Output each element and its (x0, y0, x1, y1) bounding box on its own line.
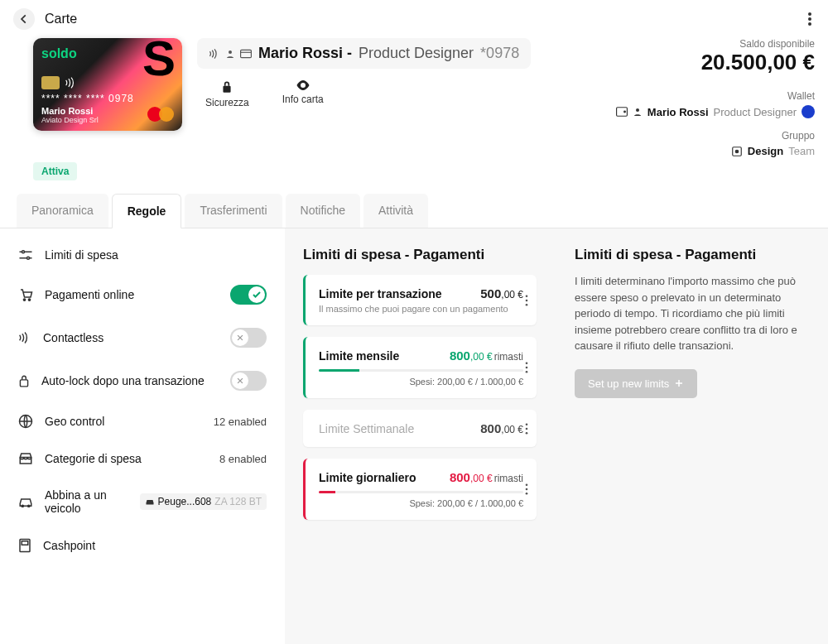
svg-point-21 (28, 505, 30, 507)
svg-point-14 (22, 251, 25, 253)
vehicle-chip: Peuge...608 ZA 128 BT (140, 493, 267, 510)
group-label: Gruppo (616, 130, 815, 142)
limit-card-weekly: Limite Settimanale 800,00 € (303, 410, 537, 447)
tab-notifications[interactable]: Notifiche (286, 194, 360, 228)
svg-rect-6 (224, 86, 231, 93)
svg-point-29 (526, 371, 528, 373)
back-button[interactable] (13, 8, 35, 30)
tab-activity[interactable]: Attività (363, 194, 428, 228)
card-number: **** **** **** 0978 (41, 93, 174, 104)
limit-card-monthly: Limite mensile 800,00 €rimasti Spesi: 20… (303, 337, 537, 398)
svg-point-0 (808, 12, 811, 16)
wallet-row[interactable]: Mario Rossi Product Designer (616, 105, 815, 118)
limits-section-title: Limiti di spesa - Pagamenti (303, 247, 537, 263)
svg-point-32 (526, 431, 528, 434)
svg-point-20 (22, 505, 23, 507)
mastercard-logo (147, 106, 174, 123)
wallet-label: Wallet (616, 90, 815, 102)
cardholder-name: Mario Rossi - (258, 45, 352, 62)
car-icon (145, 497, 155, 506)
group-row[interactable]: Design Team (616, 145, 815, 157)
svg-point-26 (526, 303, 528, 305)
svg-point-30 (526, 423, 528, 425)
tab-transfers[interactable]: Trasferimenti (185, 194, 282, 228)
check-icon (252, 290, 262, 300)
atm-icon (18, 538, 31, 553)
svg-point-33 (526, 483, 528, 486)
svg-point-17 (28, 299, 30, 300)
card-visual: soldo S **** **** **** 0978 Mario Rossi … (33, 38, 182, 131)
sidebar-item-cashpoint[interactable]: Cashpoint (0, 526, 285, 565)
x-icon (236, 377, 244, 385)
cardholder-role: Product Designer (359, 45, 474, 62)
person-icon (633, 107, 643, 117)
toggle-online-payments[interactable] (230, 285, 267, 305)
svg-point-25 (526, 299, 528, 301)
svg-point-1 (808, 17, 811, 21)
tabs: Panoramica Regole Trasferimenti Notifich… (0, 194, 828, 228)
card-icon (240, 49, 252, 59)
balance-label: Saldo disponibile (616, 38, 815, 50)
tab-overview[interactable]: Panoramica (17, 194, 108, 228)
eye-icon (296, 80, 310, 90)
wallet-icon (616, 107, 628, 117)
toggle-contactless[interactable] (230, 328, 267, 348)
info-action[interactable]: Info carta (282, 80, 324, 108)
svg-point-11 (735, 150, 739, 153)
svg-point-9 (636, 108, 639, 112)
card-name-row: Mario Rossi - Product Designer *0978 (197, 38, 531, 69)
sidebar-item-spend-limits[interactable]: Limiti di spesa (0, 237, 285, 273)
page-title: Carte (45, 12, 77, 26)
balance-amount: 20.500,00 € (616, 50, 815, 75)
globe-icon (18, 414, 33, 429)
sidebar-item-contactless[interactable]: Contactless (0, 316, 285, 359)
store-icon (18, 452, 33, 465)
sidebar-item-online-payments[interactable]: Pagamenti online (0, 273, 285, 316)
svg-point-3 (229, 50, 232, 54)
header-more-button[interactable] (805, 9, 815, 29)
sidebar-item-vehicle[interactable]: Abbina a un veicolo Peuge...608 ZA 128 B… (0, 477, 285, 526)
car-icon (18, 496, 33, 507)
lock-icon (221, 80, 233, 94)
svg-point-15 (27, 257, 30, 259)
tab-rules[interactable]: Regole (112, 194, 182, 228)
plus-icon (674, 378, 684, 388)
svg-point-35 (526, 493, 528, 495)
svg-point-34 (526, 488, 528, 491)
svg-point-8 (623, 111, 625, 113)
info-panel-text: I limiti determinano l'importo massimo c… (575, 273, 808, 354)
wallet-badge-icon (802, 105, 815, 118)
contactless-icon (65, 77, 78, 89)
svg-point-16 (23, 299, 25, 300)
svg-point-31 (526, 427, 528, 430)
rules-sidebar: Limiti di spesa Pagamenti online Contact… (0, 228, 285, 644)
setup-limits-button[interactable]: Set up new limits (575, 369, 697, 398)
card-last4: *0978 (480, 45, 519, 62)
toggle-autolock[interactable] (230, 371, 267, 391)
sidebar-item-autolock[interactable]: Auto-lock dopo una transazione (0, 359, 285, 402)
limit-more-button[interactable] (522, 291, 532, 310)
chip-icon (41, 76, 60, 89)
contactless-icon (209, 49, 220, 59)
svg-rect-18 (20, 380, 27, 387)
svg-rect-23 (22, 541, 28, 545)
svg-rect-4 (241, 50, 252, 57)
svg-point-27 (526, 362, 528, 364)
sidebar-item-categories[interactable]: Categorie di spesa 8 enabled (0, 440, 285, 477)
limit-card-daily: Limite giornaliero 800,00 €rimasti Spesi… (303, 459, 537, 520)
contactless-icon (18, 332, 31, 344)
x-icon (236, 334, 244, 342)
security-action[interactable]: Sicurezza (205, 80, 249, 108)
limit-more-button[interactable] (522, 358, 532, 377)
cart-icon (18, 287, 33, 302)
info-panel-title: Limiti di spesa - Pagamenti (575, 247, 808, 263)
svg-point-24 (526, 295, 528, 297)
svg-point-2 (808, 22, 811, 26)
limit-more-button[interactable] (522, 420, 532, 438)
svg-point-28 (526, 367, 528, 369)
limit-more-button[interactable] (522, 480, 532, 498)
lock-icon (18, 374, 30, 387)
sidebar-item-geo[interactable]: Geo control 12 enabled (0, 402, 285, 440)
person-icon (225, 49, 235, 59)
status-badge: Attiva (33, 162, 77, 180)
